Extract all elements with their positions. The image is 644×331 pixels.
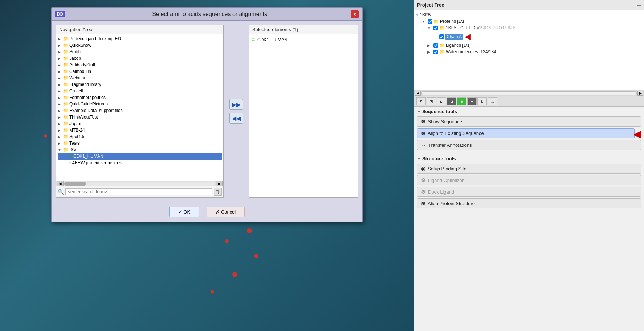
proteins-checkbox[interactable] <box>428 19 432 24</box>
align-existing-sequence-button[interactable]: ≋ Align to Existing Sequence <box>417 128 635 138</box>
align-protein-structure-button[interactable]: ≋ Align Protein Structure <box>417 198 641 208</box>
nav-item-label: ThinkAloutTest <box>69 115 98 120</box>
transfer-buttons: ▶▶ ◀◀ <box>227 25 245 198</box>
nav-item-label: Calmodulin <box>69 69 91 74</box>
nav-item[interactable]: ▶ 📁 QuickShow <box>58 42 222 49</box>
tree-item-chain-a[interactable]: Chain A ◀ <box>416 31 643 42</box>
expander: ▼ <box>58 148 63 152</box>
root-icon: ○ <box>416 12 418 17</box>
root-label: 1KE5 <box>420 12 431 17</box>
add-to-selection-button[interactable]: ▶▶ <box>229 99 243 110</box>
chain-a-checkbox[interactable] <box>439 34 444 39</box>
nav-item-label: 4ERW protein sequences <box>72 160 122 165</box>
scrollbar-track[interactable] <box>421 91 637 95</box>
folder-icon: 📁 <box>63 69 68 74</box>
nav-item[interactable]: ▶ 📁 Example Data_support files <box>58 107 222 114</box>
proteins-label: Proteins [1/1] <box>440 19 466 24</box>
transfer-annotations-button[interactable]: ↔ Transfer Annotations <box>417 140 641 150</box>
sequence-tools-header[interactable]: ▼ Sequence tools <box>417 109 641 114</box>
expander-icon: ▶ <box>427 44 432 47</box>
nav-item-label: Example Data_support files <box>69 108 123 113</box>
folder-icon: 📁 <box>63 43 68 48</box>
dialog-overlay: DD Select amino acids sequences or align… <box>0 0 414 331</box>
tool-select-free[interactable]: ◣ <box>437 97 446 105</box>
nav-item[interactable]: ▶ 📁 Webinar <box>58 75 222 81</box>
ligand-optimizer-button[interactable]: ⚙ Ligand Optimizer <box>417 175 641 185</box>
folder-icon: 📁 <box>63 128 68 133</box>
nav-item[interactable]: ▶ 📁 Sortilin <box>58 49 222 55</box>
dialog-footer: ✓ OK ✗ Cancel <box>52 202 362 222</box>
triangle-icon: ▼ <box>417 157 421 161</box>
nav-item[interactable]: ▼ 📁 ISV <box>58 146 222 153</box>
remove-from-selection-button[interactable]: ◀◀ <box>229 113 243 124</box>
ok-button[interactable]: ✓ OK <box>169 207 199 217</box>
nav-item[interactable]: ≋ CDK1_HUMAN <box>58 153 222 160</box>
dialog: DD Select amino acids sequences or align… <box>51 7 363 222</box>
right-panel: Project Tree — ○ 1KE5 ▼ 📁 Proteins [1/1]… <box>414 0 644 331</box>
tool-select-dark[interactable]: ◢ <box>447 97 456 105</box>
tree-item-proteins[interactable]: ▼ 📁 Proteins [1/1] <box>416 18 643 25</box>
nav-item[interactable]: ▶ 📁 Spot1.5 <box>58 133 222 140</box>
search-icon[interactable]: 🔍 <box>58 189 64 195</box>
dock-ligand-icon: ⚙ <box>421 189 426 195</box>
expander: ▶ <box>58 44 63 47</box>
tool-label[interactable]: L <box>477 97 487 105</box>
nav-item[interactable]: ▶ 📁 Tests <box>58 140 222 146</box>
expander: ▶ <box>58 70 63 74</box>
nav-item[interactable]: ▶ 📁 Formatherapeutics <box>58 94 222 101</box>
sort-button[interactable]: ⇅ <box>214 188 222 196</box>
nav-item[interactable]: ▶ 📁 QuickGuidePictures <box>58 101 222 107</box>
dock-ligand-button[interactable]: ⚙ Dock Ligand <box>417 187 641 197</box>
nav-item[interactable]: ▶ 📁 Japan <box>58 120 222 127</box>
tool-dark-circle[interactable]: ● <box>467 97 477 105</box>
nav-item[interactable]: ▶ 📁 FragmentLibrary <box>58 81 222 88</box>
tree-item-ligands[interactable]: ▶ 📁 Ligands [1/1] <box>416 42 643 49</box>
expander-icon <box>433 35 438 39</box>
nav-scrollbar-h[interactable]: ◀ ▶ <box>56 181 223 186</box>
nav-item[interactable]: ▶ 📁 MTB-24 <box>58 127 222 133</box>
binding-site-label: Setup Binding Site <box>428 166 466 171</box>
expander: ▶ <box>58 63 63 67</box>
project-tree-content: ○ 1KE5 ▼ 📁 Proteins [1/1] ▼ 📁 1KE5 - CEL… <box>414 10 644 90</box>
folder-icon: 📁 <box>63 36 68 41</box>
expander: ▶ <box>58 122 63 126</box>
folder-icon: 📁 <box>63 95 68 100</box>
expander: ▶ <box>58 83 63 87</box>
folder-icon: 📁 <box>63 88 68 94</box>
binding-site-icon: ◉ <box>421 166 425 171</box>
nav-item[interactable]: ▶ 📁 Protein-ligand docking_ED <box>58 36 222 42</box>
setup-binding-site-button[interactable]: ◉ Setup Binding Site <box>417 164 641 174</box>
structure-tools-header[interactable]: ▼ Structure tools <box>417 156 641 161</box>
folder-icon: 📁 <box>63 56 68 61</box>
tool-more[interactable]: … <box>488 97 497 105</box>
tree-item-water[interactable]: ▶ 📁 Water molecules [134/134] <box>416 49 643 55</box>
nav-item[interactable]: ≡ 4ERW protein sequences <box>58 160 222 166</box>
show-sequence-button[interactable]: ≋ Show Sequence <box>417 116 641 127</box>
scroll-left[interactable]: ◀ <box>415 91 421 96</box>
nav-tree[interactable]: ▶ 📁 Protein-ligand docking_ED ▶ 📁 QuickS… <box>56 34 223 181</box>
tool-select-rect[interactable]: ◤ <box>416 97 426 105</box>
nav-item[interactable]: ▶ 📁 AntibodyStuff <box>58 62 222 68</box>
dialog-title: Select amino acids sequences or alignmen… <box>69 11 351 17</box>
dialog-close-button[interactable]: × <box>351 10 359 18</box>
nav-item[interactable]: ▶ 📁 ThinkAloutTest <box>58 114 222 120</box>
tree-root[interactable]: ○ 1KE5 <box>416 12 643 18</box>
expander: ▶ <box>58 135 63 139</box>
folder-icon: 📁 <box>63 121 68 126</box>
cancel-button[interactable]: ✗ Cancel <box>207 207 245 217</box>
nav-item[interactable]: ▶ 📁 Crucell <box>58 88 222 94</box>
ligands-checkbox[interactable] <box>433 43 438 48</box>
nav-item[interactable]: ▶ 📁 Calmodulin <box>58 68 222 75</box>
scroll-right[interactable]: ▶ <box>637 91 643 96</box>
water-checkbox[interactable] <box>433 50 438 54</box>
nav-item[interactable]: ▶ 📁 Jacob <box>58 55 222 62</box>
search-input[interactable] <box>65 188 212 195</box>
folder-icon: 📁 <box>63 102 68 107</box>
tree-item-1ke5-protein[interactable]: ▼ 📁 1KE5 - CELL DIVISION PROTEIN K... <box>416 25 643 31</box>
minimize-button[interactable]: — <box>637 3 641 7</box>
list-icon: ≡ <box>69 160 71 165</box>
tool-green-1[interactable]: ■ <box>457 97 466 105</box>
expander <box>64 161 69 165</box>
tool-select-poly[interactable]: ◥ <box>427 97 436 105</box>
protein-checkbox[interactable] <box>433 26 438 30</box>
